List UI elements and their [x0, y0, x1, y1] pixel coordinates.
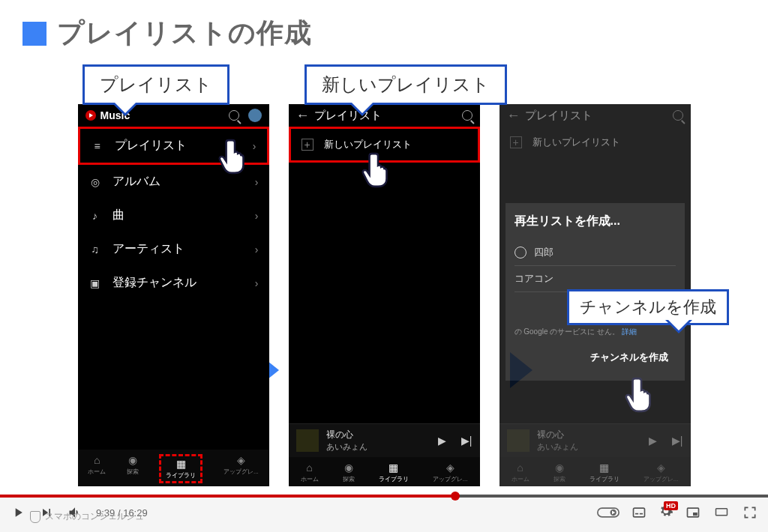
youtube-music-icon [86, 110, 96, 121]
menu-label: 登録チャンネル [112, 275, 196, 291]
app-topbar: ← プレイリスト [289, 104, 480, 127]
music-note-icon: ♪ [88, 210, 102, 222]
pointer-hand-icon [624, 375, 657, 413]
next-icon[interactable]: ▶| [672, 435, 683, 447]
progress-bar[interactable] [0, 495, 768, 498]
dialog-user-row: 四郎 [514, 240, 676, 266]
back-icon[interactable]: ← [296, 108, 310, 124]
plus-icon: + [510, 136, 522, 148]
nav-explore[interactable]: ◉探索 [127, 454, 139, 483]
nav-library[interactable]: ▦ライブラリ [159, 454, 202, 483]
settings-button[interactable]: HD [658, 504, 674, 522]
menu-label: プレイリスト [115, 138, 187, 154]
bottom-nav: ⌂ホーム ◉探索 ▦ライブラリ ◈アップグレ... [500, 457, 691, 486]
plus-icon: + [302, 139, 314, 151]
new-playlist-button[interactable]: + 新しいプレイリスト [500, 127, 691, 158]
phone-1: Music ≡ プレイリスト › ◎ アルバム › [78, 104, 269, 486]
avatar[interactable] [248, 109, 262, 122]
svg-rect-2 [634, 508, 645, 517]
slide-content: プレイリストの作成 プレイリスト 新しいプレイリスト チャンネルを作成 Musi… [0, 0, 768, 495]
nav-upgrade[interactable]: ◈アップグレ... [433, 462, 468, 483]
artist-icon: ♫ [88, 244, 102, 256]
autoplay-toggle[interactable] [597, 506, 620, 519]
svg-rect-6 [693, 513, 698, 516]
bottom-nav: ⌂ホーム ◉探索 ▦ライブラリ ◈アップグレ... [78, 450, 269, 486]
upgrade-icon: ◈ [235, 454, 247, 466]
nav-library[interactable]: ▦ライブラリ [590, 462, 620, 483]
library-icon: ▦ [175, 458, 187, 470]
playlist-icon: ≡ [91, 140, 104, 152]
search-icon[interactable] [462, 110, 472, 121]
menu-item-subscriptions[interactable]: ▣ 登録チャンネル › [78, 266, 269, 300]
play-icon[interactable]: ▶ [438, 435, 446, 447]
details-link[interactable]: 詳細 [622, 327, 637, 336]
slide-title: プレイリストの作成 [57, 15, 312, 52]
shield-icon [30, 511, 40, 523]
dialog-title: 再生リストを作成... [514, 214, 676, 229]
home-icon: ⌂ [91, 454, 103, 466]
callout-playlist: プレイリスト [82, 64, 230, 105]
menu-label: アーティスト [112, 241, 184, 257]
nav-explore[interactable]: ◉探索 [554, 462, 566, 483]
hd-badge: HD [664, 501, 678, 510]
nav-upgrade[interactable]: ◈アップグレ... [644, 462, 679, 483]
nav-library[interactable]: ▦ライブラリ [379, 462, 409, 483]
chevron-right-icon: › [253, 140, 256, 152]
menu-item-artists[interactable]: ♫ アーティスト › [78, 232, 269, 266]
search-icon[interactable] [229, 110, 239, 121]
search-icon[interactable] [673, 110, 683, 121]
next-icon[interactable]: ▶| [461, 435, 472, 447]
play-icon[interactable]: ▶ [649, 435, 657, 447]
nav-explore[interactable]: ◉探索 [343, 462, 355, 483]
app-topbar: Music [78, 104, 269, 127]
album-art [296, 429, 319, 452]
svg-rect-4 [640, 513, 643, 515]
header-title: プレイリスト [525, 109, 592, 123]
album-icon: ◎ [88, 176, 102, 188]
chevron-right-icon: › [255, 176, 259, 188]
bottom-nav: ⌂ホーム ◉探索 ▦ライブラリ ◈アップグレ... [289, 457, 480, 486]
compass-icon: ◉ [127, 454, 139, 466]
nav-upgrade[interactable]: ◈アップグレ... [224, 454, 259, 483]
channel-name: スマホのコンシェルジュ [30, 510, 144, 523]
menu-label: アルバム [112, 174, 160, 190]
svg-rect-7 [716, 509, 728, 516]
chevron-right-icon: › [255, 210, 259, 222]
menu-label: 曲 [112, 208, 124, 223]
chevron-right-icon: › [255, 277, 259, 289]
back-icon[interactable]: ← [507, 108, 520, 124]
phone-2: ← プレイリスト + 新しいプレイリスト 裸の心あいみょん ▶ ▶| [289, 104, 480, 486]
subscription-icon: ▣ [88, 277, 102, 289]
chevron-right-icon: › [255, 244, 259, 256]
nav-home[interactable]: ⌂ホーム [88, 454, 106, 483]
progress-played [0, 495, 455, 498]
nav-home[interactable]: ⌂ホーム [301, 462, 319, 483]
svg-rect-3 [635, 513, 638, 515]
callout-create-channel: チャンネルを作成 [567, 289, 729, 325]
pointer-hand-icon [218, 137, 250, 175]
video-player-controls: 9:39 / 16:29 HD スマホのコンシェルジュ [0, 495, 768, 532]
dialog-name-row[interactable]: コアコン [514, 266, 676, 292]
slide-header: プレイリストの作成 [22, 15, 746, 52]
app-topbar: ← プレイリスト [500, 104, 691, 127]
nav-home[interactable]: ⌂ホーム [512, 462, 530, 483]
miniplayer-button[interactable] [686, 505, 700, 520]
subtitles-button[interactable] [632, 505, 646, 520]
create-channel-button[interactable]: チャンネルを作成 [583, 345, 676, 370]
person-icon [514, 247, 526, 259]
pointer-hand-icon [361, 151, 394, 188]
play-button[interactable] [10, 505, 26, 520]
now-playing-bar[interactable]: 裸の心あいみょん ▶ ▶| [289, 423, 480, 457]
new-playlist-label: 新しいプレイリスト [532, 136, 620, 149]
now-playing-bar[interactable]: 裸の心あいみょん ▶ ▶| [500, 423, 691, 457]
fullscreen-button[interactable] [742, 505, 758, 520]
dialog-subtext: の Google のサービスに せん。 詳細 [514, 327, 676, 337]
theater-button[interactable] [712, 506, 730, 519]
menu-item-songs[interactable]: ♪ 曲 › [78, 199, 269, 232]
new-playlist-label: 新しいプレイリスト [324, 138, 412, 151]
album-art [507, 429, 530, 452]
bullet-icon [22, 22, 46, 46]
callout-new-playlist: 新しいプレイリスト [304, 64, 507, 105]
